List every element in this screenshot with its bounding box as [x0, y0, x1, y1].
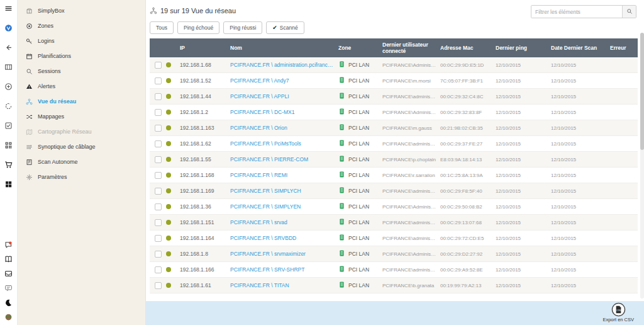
sidebar-item[interactable]: Scan Autonome [18, 154, 145, 169]
name-link[interactable]: PCIFRANCE.FR \ SIMPLYEN [230, 203, 338, 210]
row-checkbox[interactable] [155, 219, 162, 226]
moon-icon[interactable] [4, 298, 13, 307]
row-checkbox[interactable] [155, 172, 162, 179]
sidebar-item[interactable]: Mappages [18, 109, 145, 124]
inbox-icon[interactable] [4, 269, 13, 278]
row-checkbox[interactable] [155, 235, 162, 242]
menu-icon[interactable] [4, 4, 13, 13]
ip-cell: 192.168.1.44 [180, 93, 230, 100]
row-checkbox[interactable] [155, 266, 162, 273]
name-link[interactable]: PCIFRANCE.FR \ SIMPLYCH [230, 188, 338, 194]
name-link[interactable]: PCIFRANCE.FR \ SRVBDD [230, 235, 338, 241]
row-checkbox[interactable] [155, 77, 162, 84]
col-zone[interactable]: Zone [338, 43, 382, 52]
table-row: 192.168.1.168 PCIFRANCE.FR \ REMI PCI LA… [150, 168, 638, 183]
name-link[interactable]: PCIFRANCE.FR \ TITAN [230, 282, 338, 288]
sidebar-item[interactable]: Alertes [18, 79, 145, 94]
sidebar-item[interactable]: Zones [18, 18, 145, 33]
name-link[interactable]: PCIFRANCE.FR \ administration.pcifrance.… [230, 62, 338, 68]
zone-cell: PCI LAN [338, 76, 382, 85]
row-checkbox[interactable] [155, 251, 162, 258]
col-ip[interactable]: IP [180, 43, 230, 52]
mac-cell: 00:0C:29:9D:E5:1D [440, 62, 496, 68]
last-user-cell: PCIFRANCE\r.sarrailon [382, 173, 440, 178]
app-logo-icon[interactable] [4, 23, 13, 32]
filter-button[interactable]: Tous [150, 21, 174, 34]
key-icon [25, 37, 33, 45]
sidebar-item[interactable]: Sessions [18, 64, 145, 79]
mac-cell: 00:21:9B:02:CB:35 [440, 125, 496, 131]
last-ping-cell: 12/10/2015 [496, 125, 551, 131]
name-link[interactable]: PCIFRANCE.FR \ Andy7 [230, 77, 338, 84]
sidebar-item[interactable]: SimplyBox [18, 3, 145, 18]
col-nom[interactable]: Nom [230, 43, 338, 52]
zone-server-icon [338, 281, 345, 290]
row-checkbox[interactable] [155, 62, 162, 69]
sidebar-item[interactable]: Vue du réseau [18, 94, 145, 109]
back-icon[interactable] [4, 43, 13, 52]
col-ping[interactable]: Dernier ping [496, 43, 551, 52]
table-row: 192.168.1.8 PCIFRANCE.FR \ srvmaximizer … [150, 246, 638, 262]
name-link[interactable]: PCIFRANCE.FR \ srvad [230, 219, 338, 225]
cart-icon[interactable] [4, 160, 13, 169]
row-checkbox[interactable] [155, 188, 162, 195]
row-checkbox[interactable] [155, 93, 162, 100]
col-user[interactable]: Dernier utilisateur connecté [382, 40, 440, 55]
add-icon[interactable] [4, 82, 13, 91]
filter-button[interactable]: Ping échoué [177, 21, 219, 34]
col-scan[interactable]: Date Dernier Scan [551, 43, 610, 52]
row-checkbox[interactable] [155, 125, 162, 132]
name-link[interactable]: PCIFRANCE.FR \ PIERRE-COM [230, 156, 338, 162]
name-link[interactable]: PCIFRANCE.FR \ APPLI [230, 93, 338, 100]
sidebar-item[interactable]: Logins [18, 33, 145, 48]
tasks-icon[interactable] [4, 121, 13, 130]
scan-icon [25, 158, 33, 166]
last-scan-cell: 12/10/2015 [551, 188, 610, 194]
avatar-sphere-icon[interactable] [4, 312, 13, 321]
chat-gray-icon[interactable] [4, 283, 13, 292]
row-checkbox[interactable] [155, 156, 162, 163]
row-checkbox[interactable] [155, 203, 162, 210]
map-icon [25, 128, 33, 135]
apps-grid-icon[interactable] [4, 180, 13, 188]
table-row: 192.168.1.166 PCIFRANCE.FR \ SRV-SHRPT P… [150, 262, 638, 278]
filter-button[interactable]: ✔ Scanné [266, 21, 304, 34]
name-link[interactable]: PCIFRANCE.FR \ DC-MX1 [230, 109, 338, 115]
sidebar-item[interactable]: Cartographie Réseau [18, 124, 145, 139]
zone-server-icon [338, 92, 345, 101]
vertical-scrollbar[interactable] [640, 33, 644, 299]
col-mac[interactable]: Adresse Mac [440, 43, 496, 52]
search-button[interactable] [622, 6, 636, 18]
sync-icon[interactable] [4, 101, 13, 110]
col-error[interactable]: Erreur [610, 43, 638, 52]
last-user-cell: PCIFRANCE\administrateur [382, 94, 440, 100]
status-dot [166, 173, 171, 178]
name-link[interactable]: PCIFRANCE.FR \ REMI [230, 172, 338, 178]
name-link[interactable]: PCIFRANCE.FR \ PciMsTools [230, 140, 338, 147]
row-checkbox[interactable] [155, 109, 162, 116]
qr-icon[interactable] [4, 140, 13, 149]
sidebar-item[interactable]: Planifications [18, 48, 145, 64]
row-checkbox[interactable] [155, 282, 162, 289]
chat-red-icon[interactable] [4, 240, 13, 249]
left-icon-rail [0, 0, 18, 325]
ip-cell: 192.168.1.151 [180, 219, 230, 225]
last-scan-cell: 12/10/2015 [551, 267, 610, 273]
last-scan-cell: 12/10/2015 [551, 94, 610, 100]
name-link[interactable]: PCIFRANCE.FR \ Orion [230, 125, 338, 131]
export-csv-button[interactable]: CSV Export en CSV [602, 302, 634, 322]
sidebar-item[interactable]: Paramètres [18, 169, 145, 185]
mac-cell: 00:0C:29:32:83:8F [440, 110, 496, 115]
window-icon[interactable] [4, 62, 13, 71]
scrollbar-thumb[interactable] [640, 33, 644, 150]
filter-input[interactable] [531, 6, 622, 18]
name-link[interactable]: PCIFRANCE.FR \ srvmaximizer [230, 251, 338, 257]
zone-label: PCI LAN [348, 62, 369, 68]
last-user-cell: PCIFRANCE\administrateur [382, 236, 440, 241]
filter-button[interactable]: Ping réussi [223, 21, 262, 34]
row-checkbox[interactable] [155, 140, 162, 147]
table-row: 192.168.1.151 PCIFRANCE.FR \ srvad PCI L… [150, 215, 638, 231]
book-icon[interactable] [4, 254, 13, 263]
name-link[interactable]: PCIFRANCE.FR \ SRV-SHRPT [230, 266, 338, 273]
sidebar-item[interactable]: Synoptique de câblage [18, 139, 145, 154]
